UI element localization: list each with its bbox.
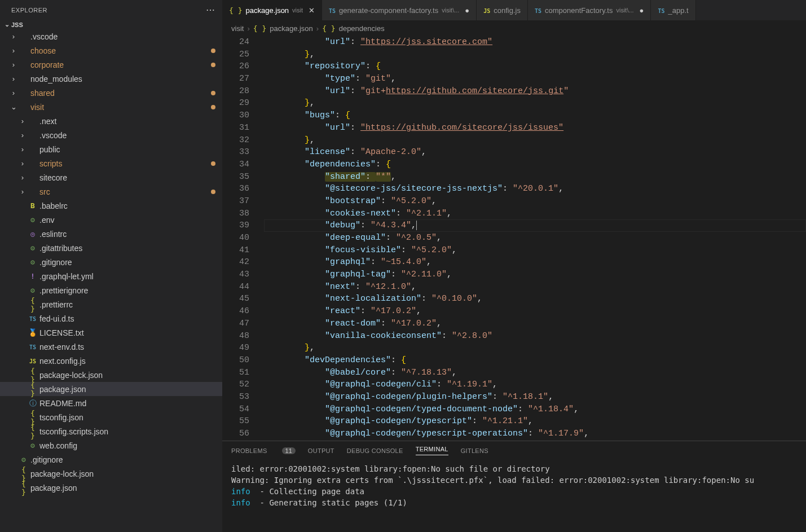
- folder-shared[interactable]: ›shared: [0, 86, 222, 100]
- file--graphql-let-yml[interactable]: !.graphql-let.yml: [0, 269, 222, 283]
- item-label: .babelrc: [39, 201, 215, 210]
- item-label: .gitattributes: [39, 244, 215, 253]
- unsaved-dot-icon: [211, 190, 215, 194]
- file--gitignore[interactable]: ⚙.gitignore: [0, 452, 222, 467]
- terminal-line: info - Generating static pages (1/1): [231, 497, 797, 508]
- gear-icon: ⚙: [27, 441, 38, 450]
- file-next-env-d-ts[interactable]: TSnext-env.d.ts: [0, 340, 222, 354]
- tab-componentfactory-ts[interactable]: TScomponentFactory.tsvisit\...●: [528, 0, 651, 20]
- tab-package-json[interactable]: { }package.jsonvisit✕: [222, 0, 322, 20]
- panel-tab-debug-console[interactable]: DEBUG CONSOLE: [347, 447, 403, 454]
- folder--vscode[interactable]: ›.vscode: [0, 29, 222, 43]
- item-label: tsconfig.json: [39, 413, 215, 422]
- breadcrumb-separator: ›: [247, 24, 249, 33]
- file-tsconfig-json[interactable]: { }tsconfig.json: [0, 410, 222, 424]
- breadcrumb[interactable]: visit›{ }package.json›{ }dependencies: [222, 20, 806, 36]
- breadcrumb-item[interactable]: visit: [231, 24, 244, 33]
- sidebar-more-icon[interactable]: ⋯: [206, 5, 215, 15]
- item-label: fed-ui.d.ts: [39, 314, 215, 323]
- chevron-icon: ›: [9, 89, 18, 97]
- json-icon: { }: [253, 24, 266, 33]
- chevron-icon: ›: [18, 145, 27, 153]
- file-package-lock-json[interactable]: { }package-lock.json: [0, 467, 222, 481]
- file--prettierrc[interactable]: { }.prettierrc: [0, 297, 222, 311]
- unsaved-dot-icon: ●: [640, 6, 644, 15]
- file-fed-ui-d-ts[interactable]: TSfed-ui.d.ts: [0, 311, 222, 326]
- folder-scripts[interactable]: ›scripts: [0, 156, 222, 170]
- license-icon: 🏅: [27, 328, 38, 337]
- file-license-txt[interactable]: 🏅LICENSE.txt: [0, 326, 222, 340]
- file-next-config-js[interactable]: JSnext.config.js: [0, 354, 222, 368]
- json-icon: { }: [27, 296, 38, 313]
- terminal-line: Warning: Ignoring extra certs from `.\js…: [231, 474, 797, 486]
- chevron-icon: ›: [18, 187, 27, 196]
- bottom-panel: PROBLEMS11OUTPUTDEBUG CONSOLETERMINALGIT…: [222, 441, 806, 532]
- folder-sitecore[interactable]: ›sitecore: [0, 170, 222, 184]
- folder-corporate[interactable]: ›corporate: [0, 58, 222, 72]
- item-label: visit: [30, 103, 211, 112]
- item-label: shared: [30, 89, 211, 98]
- tab--app-t[interactable]: TS_app.t: [651, 0, 695, 20]
- panel-tab-problems[interactable]: PROBLEMS: [231, 447, 267, 454]
- close-icon[interactable]: ✕: [309, 6, 315, 15]
- ts-icon: TS: [535, 6, 541, 15]
- item-label: web.config: [39, 441, 215, 450]
- item-label: .vscode: [30, 32, 215, 41]
- gear-icon: ⚙: [27, 216, 38, 224]
- gear-icon: ⚙: [27, 286, 38, 294]
- file-web-config[interactable]: ⚙web.config: [0, 438, 222, 452]
- file-readme-md[interactable]: ⓘREADME.md: [0, 396, 222, 410]
- breadcrumb-separator: ›: [316, 24, 319, 33]
- file-package-json[interactable]: { }package.json: [0, 481, 222, 495]
- tab-generate-component-factory-ts[interactable]: TSgenerate-component-factory.tsvisit\...…: [322, 0, 477, 20]
- item-label: package-lock.json: [39, 371, 215, 380]
- panel-tab-gitlens[interactable]: GITLENS: [461, 447, 488, 454]
- workspace-section-header[interactable]: ⌄ JSS: [0, 20, 222, 29]
- file--eslintrc[interactable]: ◎.eslintrc: [0, 227, 222, 241]
- file-tsconfig-scripts-json[interactable]: { }tsconfig.scripts.json: [0, 424, 222, 438]
- folder-public[interactable]: ›public: [0, 142, 222, 156]
- item-label: .env: [39, 216, 215, 225]
- item-label: node_modules: [30, 74, 215, 83]
- unsaved-dot-icon: [211, 161, 215, 166]
- editor-pane[interactable]: 2425262728293031323334353637383940414243…: [222, 36, 806, 441]
- item-label: choose: [30, 46, 211, 55]
- item-label: corporate: [30, 60, 211, 69]
- file--gitignore[interactable]: ⚙.gitignore: [0, 255, 222, 269]
- panel-tab-terminal[interactable]: TERMINAL: [416, 446, 448, 455]
- item-label: tsconfig.scripts.json: [39, 427, 215, 436]
- file--env[interactable]: ⚙.env: [0, 213, 222, 227]
- breadcrumb-item[interactable]: package.json: [270, 24, 313, 33]
- item-label: README.md: [39, 399, 215, 408]
- folder-choose[interactable]: ›choose: [0, 43, 222, 58]
- item-label: public: [39, 145, 215, 154]
- tab-desc: visit\...: [442, 7, 459, 14]
- gear-icon: ⚙: [27, 244, 38, 252]
- file-tree: ›.vscode›choose›corporate›node_modules›s…: [0, 29, 222, 532]
- file--gitattributes[interactable]: ⚙.gitattributes: [0, 241, 222, 255]
- code-content[interactable]: "url": "https://jss.sitecore.com" }, "re…: [259, 36, 806, 441]
- unsaved-dot-icon: [211, 49, 215, 53]
- file-package-lock-json[interactable]: { }package-lock.json: [0, 368, 222, 382]
- tab-config-js[interactable]: JSconfig.js: [477, 0, 528, 20]
- chevron-icon: ›: [18, 131, 27, 139]
- ts-icon: TS: [329, 6, 336, 15]
- folder-node-modules[interactable]: ›node_modules: [0, 72, 222, 86]
- folder--next[interactable]: ›.next: [0, 114, 222, 128]
- folder-visit[interactable]: ⌄visit: [0, 100, 222, 114]
- chevron-icon: ›: [9, 46, 18, 55]
- breadcrumb-item[interactable]: dependencies: [339, 24, 385, 33]
- ts-icon: TS: [658, 6, 664, 15]
- gear-icon: ⚙: [18, 455, 29, 464]
- json-icon: { }: [27, 381, 38, 398]
- tab-desc: visit\...: [616, 7, 633, 14]
- item-label: next.config.js: [39, 357, 215, 366]
- folder--vscode[interactable]: ›.vscode: [0, 128, 222, 142]
- panel-tab-output[interactable]: OUTPUT: [308, 447, 334, 454]
- terminal-output[interactable]: iled: error:02001002:system library:fope…: [222, 460, 806, 532]
- file--babelrc[interactable]: B.babelrc: [0, 199, 222, 213]
- chevron-icon: ›: [9, 74, 18, 83]
- folder-src[interactable]: ›src: [0, 184, 222, 199]
- file-package-json[interactable]: { }package.json: [0, 382, 222, 396]
- file--prettierignore[interactable]: ⚙.prettierignore: [0, 283, 222, 297]
